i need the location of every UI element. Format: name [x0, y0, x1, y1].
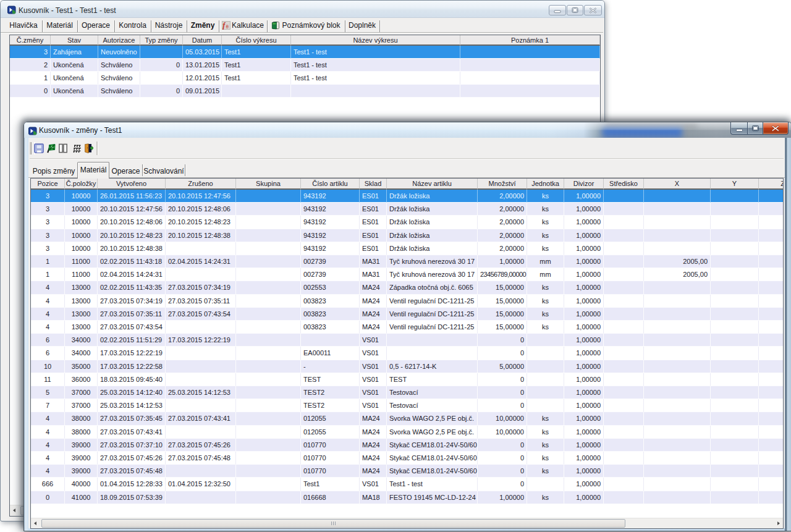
svg-text:θ: θ [226, 23, 229, 30]
